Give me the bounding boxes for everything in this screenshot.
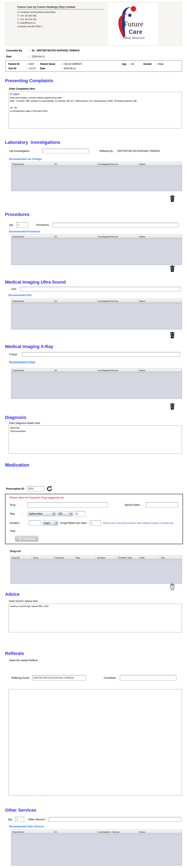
consulted-by-label: Consulted By xyxy=(6,49,29,52)
per-meal-label: Drugs/Tablets per meal : xyxy=(60,522,87,524)
drug-warning-row: Please select the Drug from Drug suggess… xyxy=(9,496,64,499)
drug-list-label: Drug List xyxy=(10,550,182,553)
xray-col-status: Status xyxy=(138,368,182,372)
patient-name-value: COLIN CONFAIT xyxy=(64,63,122,65)
recommended-lab-testings-link[interactable]: Recommended Lab Testings xyxy=(9,158,42,160)
drug-colon: : xyxy=(22,503,22,506)
drug-col-note: Note xyxy=(139,556,160,560)
lab-title: Laboratory Investigations xyxy=(5,140,182,145)
complaints-textarea[interactable]: PT SEEN feels much better, a known autis… xyxy=(8,92,182,128)
procedures-table-header: Department ID Investigation/Service Stat… xyxy=(11,235,182,239)
procedures-col-status: Status xyxy=(138,235,182,239)
diagnosis-textarea[interactable]: improving ?Viral exanthem xyxy=(8,425,182,454)
uss-table-header: Department ID Investigation/Service Stat… xyxy=(11,299,182,303)
per-meal-input[interactable] xyxy=(90,520,101,526)
referring-doctor-label: Reffering Doctor xyxy=(11,677,30,679)
xray-field-row: X-Rays : xyxy=(5,352,182,356)
special-notes-input[interactable] xyxy=(146,502,178,507)
other-col-investigation: Investigation / Service xyxy=(97,830,138,834)
uss-col-department: Department xyxy=(11,299,53,303)
way-select-value: Before Meal xyxy=(28,512,42,515)
clinic-logo: Future Care ♥ Body Mind Soul xyxy=(108,3,158,45)
referred-by-value: ORITSETSETOS RAPHAEL PINNICK xyxy=(117,150,160,152)
prescription-id-input[interactable] xyxy=(27,486,44,491)
procedures-input[interactable] xyxy=(53,223,179,227)
procedures-col-id: ID xyxy=(53,235,97,239)
visit-date-label: Date xyxy=(6,55,29,58)
company-email: E: jude@future.sc xyxy=(17,21,104,25)
visit-id-colon: : xyxy=(26,67,29,70)
clinic-header: Future Care by Future Holdings (Pty) Lim… xyxy=(5,2,182,45)
xray-delete-trash-icon[interactable] xyxy=(170,403,175,410)
procedures-field-row: Qty : Procedures : xyxy=(5,222,182,227)
recommended-xrays-link[interactable]: Recommended X-Rays xyxy=(9,361,35,364)
medication-title: Medication xyxy=(5,462,182,468)
other-services-title: Other Services xyxy=(5,808,182,813)
uss-delete-trash-icon[interactable] xyxy=(170,332,175,338)
way-select[interactable]: Before Meal xyxy=(28,512,56,516)
lab-trash-row xyxy=(5,195,182,202)
duration-type-select[interactable]: Day/s xyxy=(42,521,58,525)
drug-col-duration: Duration xyxy=(96,556,117,560)
procedures-link-row: Recommended Procedures xyxy=(5,229,182,233)
drug-label: Drug xyxy=(10,503,22,506)
drug-col-frequency: Fequency xyxy=(53,556,75,560)
drug-total-row: Total : xyxy=(10,530,23,532)
advice-sub-label: Enter Doctor's Advice Here xyxy=(9,600,182,602)
consultant-input[interactable] xyxy=(120,675,176,681)
procedures-col-department: Department xyxy=(11,235,53,239)
recommended-other-services-link[interactable]: Recommended Other Services xyxy=(9,825,44,828)
patient-age-colon: : xyxy=(128,63,131,65)
drug-list-table: Drug ID Drug Fequency Way Duration Durat… xyxy=(5,555,182,584)
patient-name-label: Patient Name xyxy=(40,63,60,65)
xray-trash-row xyxy=(5,403,182,410)
drug-col-qty: Qty xyxy=(160,556,182,560)
referring-doctor-input[interactable] xyxy=(32,675,86,681)
other-qty-input[interactable] xyxy=(15,817,24,822)
way-label: Way xyxy=(10,512,22,515)
visit-id-label: Visit ID xyxy=(8,67,26,70)
procedures-col-investigation: Investigation/Service xyxy=(97,235,138,239)
prescription-id-row: Prescription ID : xyxy=(6,486,182,492)
lab-investigation-input[interactable] xyxy=(42,149,88,153)
patient-id-value: 6387 xyxy=(29,63,40,65)
duration-input[interactable] xyxy=(29,520,41,526)
lab-delete-trash-icon[interactable] xyxy=(170,195,175,202)
drug-input[interactable] xyxy=(28,502,108,507)
uss-label: USS : xyxy=(11,288,18,290)
frequency-select[interactable]: OD xyxy=(57,512,73,516)
frequency-select-value: OD xyxy=(57,512,62,515)
xray-link-row: Recommended X-Rays xyxy=(5,360,182,364)
dose-input[interactable] xyxy=(75,511,85,516)
logo-brand-top: Future xyxy=(124,20,143,28)
uss-input[interactable] xyxy=(21,287,181,291)
lab-col-status: Status xyxy=(138,162,182,166)
lab-col-investigation: Investigation/Service xyxy=(97,162,138,166)
procedures-title: Procedures xyxy=(5,212,182,217)
recommended-uss-link[interactable]: Recommended USS xyxy=(8,294,31,297)
patient-gender-value: Male xyxy=(158,63,163,65)
lab-col-id: ID xyxy=(53,162,97,166)
uss-title: Medical Imaging Ultra Sound xyxy=(5,280,182,285)
uss-table: Department ID Investigation/Service Stat… xyxy=(5,299,182,330)
drug-name-row: Drug : Special Notes : xyxy=(10,502,181,507)
xray-label: X-Rays : xyxy=(9,353,19,356)
add-drug-button[interactable]: Add Drug xyxy=(15,536,39,542)
other-services-input[interactable] xyxy=(49,817,181,822)
recommended-procedures-link[interactable]: Recommended Procedures xyxy=(9,230,40,233)
drug-col-way: Way xyxy=(75,556,96,560)
banner-date-value: 2024-04-12 xyxy=(64,67,76,70)
xray-col-investigation: Investigation/Service xyxy=(97,368,138,372)
xray-col-id: ID xyxy=(53,368,97,372)
drug-list-delete-trash-icon[interactable] xyxy=(170,584,175,590)
procedures-delete-trash-icon[interactable] xyxy=(170,266,175,272)
patient-banner-row-2: Visit ID : 12178 Date : 2024-04-12 xyxy=(8,66,179,71)
procedures-qty-input[interactable] xyxy=(16,222,28,227)
advice-textarea[interactable]: continue current mgt, repeat FBC x1/52 xyxy=(8,604,182,632)
uss-link-row: Recommended USS xyxy=(5,293,182,297)
xray-input[interactable] xyxy=(22,352,180,356)
logo-tagline: Body Mind Soul xyxy=(125,36,145,40)
refresh-prescription-icon[interactable] xyxy=(46,486,52,492)
logo-care-text: Care xyxy=(129,29,143,35)
patient-banner-row-1: Patient ID : 6387 Patient Name : COLIN C… xyxy=(8,62,179,66)
